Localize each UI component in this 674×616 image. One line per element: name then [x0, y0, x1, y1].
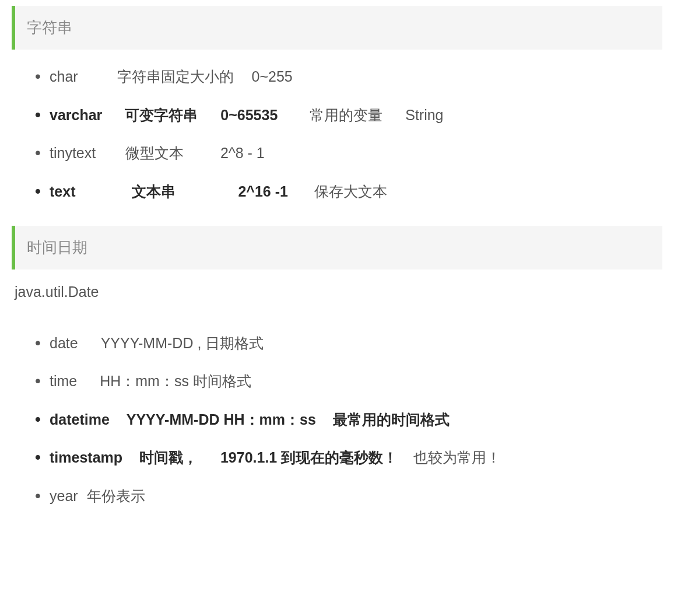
type-desc: YYYY-MM-DD HH：mm：ss — [127, 411, 316, 428]
string-type-list: char 字符串固定大小的 0~255 varchar 可变字符串 0~6553… — [12, 66, 662, 202]
section-title: 时间日期 — [27, 239, 87, 256]
type-range: 1970.1.1 到现在的毫秒数！ — [220, 449, 398, 466]
type-name: text — [50, 183, 75, 200]
type-desc: 字符串固定大小的 — [117, 68, 234, 85]
type-extra: String — [405, 107, 443, 123]
body-text: java.util.Date — [12, 281, 662, 303]
list-item: datetime YYYY-MM-DD HH：mm：ss 最常用的时间格式 — [35, 409, 662, 431]
type-note: 常用的变量 — [310, 107, 382, 123]
section-header-datetime: 时间日期 — [12, 226, 662, 270]
list-item: timestamp 时间戳， 1970.1.1 到现在的毫秒数！ 也较为常用！ — [35, 447, 662, 469]
type-name: timestamp — [50, 449, 122, 466]
datetime-type-list: date YYYY-MM-DD , 日期格式 time HH：mm：ss 时间格… — [12, 332, 662, 508]
list-item: year 年份表示 — [35, 485, 662, 508]
type-name: year — [50, 488, 78, 504]
type-desc: YYYY-MM-DD , 日期格式 — [101, 335, 264, 351]
type-name: tinytext — [50, 145, 96, 161]
list-item: time HH：mm：ss 时间格式 — [35, 370, 662, 393]
type-name: datetime — [50, 411, 110, 428]
section-title: 字符串 — [27, 19, 72, 36]
type-name: varchar — [50, 107, 102, 123]
type-name: time — [50, 373, 77, 389]
list-item: date YYYY-MM-DD , 日期格式 — [35, 332, 662, 355]
type-note: 也较为常用！ — [413, 449, 501, 466]
list-item: tinytext 微型文本 2^8 - 1 — [35, 142, 662, 164]
list-item: varchar 可变字符串 0~65535 常用的变量 String — [35, 104, 662, 127]
type-range: 0~255 — [252, 68, 293, 85]
type-range: 2^8 - 1 — [220, 145, 265, 161]
type-desc: 微型文本 — [125, 145, 184, 161]
type-note: 保存大文本 — [314, 183, 387, 200]
type-range: 2^16 -1 — [238, 183, 288, 200]
type-name: date — [50, 335, 78, 351]
type-note: 最常用的时间格式 — [333, 411, 450, 428]
type-name: char — [50, 68, 78, 85]
section-header-string: 字符串 — [12, 6, 662, 50]
list-item: char 字符串固定大小的 0~255 — [35, 66, 662, 88]
type-range: 0~65535 — [220, 107, 278, 123]
type-desc: 年份表示 — [87, 488, 145, 504]
type-desc: HH：mm：ss 时间格式 — [100, 373, 251, 389]
type-desc: 文本串 — [132, 183, 175, 200]
list-item: text 文本串 2^16 -1 保存大文本 — [35, 181, 662, 203]
type-desc: 可变字符串 — [125, 107, 198, 123]
type-desc: 时间戳， — [139, 449, 198, 466]
